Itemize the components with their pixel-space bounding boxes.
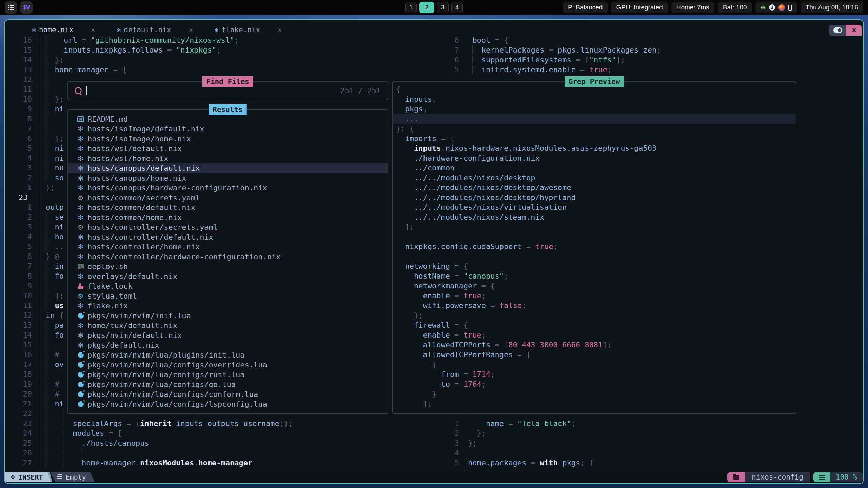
tab-flake.nix[interactable]: ✻flake.nix× <box>214 26 282 34</box>
result-item[interactable]: MREADME.md <box>68 114 388 124</box>
line-number: 12 <box>5 310 32 320</box>
result-item[interactable]: pkgs/nvim/nvim/lua/configs/lspconfig.lua <box>68 399 388 409</box>
top-bar: $W 1234 P: BalancedGPU: IntegratedHome: … <box>0 0 868 15</box>
status-pill: P: Balanced <box>563 2 608 13</box>
result-item[interactable]: ✻hosts/common/default.nix <box>68 203 388 212</box>
result-label: hosts/controller/secrets.yaml <box>87 223 218 231</box>
right-editor-pane-bottom[interactable]: 1 name = "Tela-black";2 };3};45home.pack… <box>422 419 859 468</box>
line-number: 5 <box>422 65 459 75</box>
result-item[interactable]: ⚙stylua.toml <box>68 291 388 301</box>
workspace-4[interactable]: 4 <box>451 2 463 13</box>
tab-home.nix[interactable]: ✻home.nix× <box>32 26 95 34</box>
workspace-2[interactable]: 2 <box>419 2 434 13</box>
line-number: 2 <box>5 212 32 222</box>
result-item[interactable]: ✻hosts/controller/home.nix <box>68 242 388 252</box>
window-close-button[interactable]: × <box>846 25 862 36</box>
result-label: pkgs/nvim/default.nix <box>87 331 182 340</box>
result-item[interactable]: ✻home/tux/default.nix <box>68 321 388 330</box>
result-label: hosts/wsl/default.nix <box>87 144 182 153</box>
clock[interactable]: Thu Aug 08, 18:16 <box>801 2 863 13</box>
tab-close-icon[interactable]: × <box>189 26 193 34</box>
result-item[interactable]: ✻hosts/isoImage/home.nix <box>68 134 388 144</box>
result-label: pkgs/default.nix <box>87 341 159 349</box>
result-item[interactable]: ✻hosts/common/home.nix <box>68 212 388 222</box>
workspaces: 1234 <box>405 2 463 13</box>
phone-icon[interactable] <box>788 5 792 11</box>
result-label: README.md <box>87 115 128 123</box>
result-item[interactable]: ✻hosts/canopus/home.nix <box>68 173 388 183</box>
result-item[interactable]: ✻flake.nix <box>68 301 388 311</box>
result-item[interactable]: ✻pkgs/default.nix <box>68 340 388 350</box>
result-label: pkgs/nvim/nvim/init.lua <box>87 311 191 320</box>
result-item[interactable]: pkgs/nvim/nvim/lua/configs/go.lua <box>68 380 388 389</box>
mode-indicator: ❖ INSERT <box>5 472 53 482</box>
line-number: 10 <box>5 291 32 301</box>
tab-close-icon[interactable]: × <box>278 26 282 34</box>
result-item[interactable]: ✻hosts/controller/hardware-configuration… <box>68 252 388 262</box>
bluetooth-icon[interactable]: B <box>769 4 775 11</box>
line-number: 6 <box>5 251 32 261</box>
search-input[interactable] <box>68 82 388 100</box>
results-title: Results <box>209 104 247 115</box>
code-line: 8 boot = { <box>422 35 859 45</box>
tab-default.nix[interactable]: ✻default.nix× <box>117 26 193 34</box>
result-item[interactable]: pkgs/nvim/nvim/lua/plugins/init.lua <box>68 350 388 360</box>
code-line: 13▏ home-manager = { <box>5 65 398 75</box>
line-number: 10 <box>5 94 32 104</box>
tab-close-icon[interactable]: × <box>91 26 95 34</box>
repo-badge <box>727 472 745 482</box>
result-item[interactable]: pkgs/nvim/nvim/init.lua <box>68 311 388 321</box>
line-number: 15 <box>5 340 32 350</box>
code-line: 23▏ ▏ specialArgs = {inherit inputs outp… <box>5 419 398 428</box>
result-item[interactable]: pkgs/nvim/nvim/lua/configs/overrides.lua <box>68 360 388 370</box>
result-item[interactable]: ✻hosts/wsl/home.nix <box>68 154 388 163</box>
line-number: 23 <box>5 192 32 202</box>
result-item[interactable]: ✻pkgs/nvim/default.nix <box>68 330 388 340</box>
line-number: 1 <box>422 419 459 428</box>
vim-icon: ❖ <box>10 474 15 481</box>
line-number: 18 <box>5 369 32 379</box>
network-icon[interactable]: ❋ <box>761 4 766 11</box>
line-number: 4 <box>5 232 32 242</box>
nix-icon: ✻ <box>77 174 85 182</box>
nix-icon: ✻ <box>77 322 85 330</box>
preview-code-line: }: { <box>393 124 796 134</box>
preview-code-line: hostName = "canopus"; <box>393 271 796 281</box>
nix-icon: ✻ <box>77 233 85 241</box>
preview-code-line <box>393 251 796 261</box>
result-item[interactable]: ✻overlays/default.nix <box>68 271 388 281</box>
logo-button[interactable]: $W <box>20 1 33 14</box>
result-item[interactable]: pkgs/nvim/nvim/lua/configs/conform.lua <box>68 389 388 399</box>
result-item[interactable]: ✻hosts/controller/default.nix <box>68 232 388 242</box>
results-list: MREADME.md✻hosts/isoImage/default.nix✻ho… <box>68 114 388 409</box>
result-item[interactable]: ✻hosts/isoImage/default.nix <box>68 124 388 134</box>
line-number: 3 <box>5 163 32 173</box>
result-item[interactable]: flake.lock <box>68 281 388 291</box>
pin-toggle-button[interactable] <box>829 25 846 36</box>
result-item[interactable]: pkgs/nvim/nvim/lua/configs/rust.lua <box>68 370 388 380</box>
line-number: 26 <box>5 448 32 458</box>
code-line: 7 ▏ kernelPackages = pkgs.linuxPackages_… <box>422 45 859 55</box>
result-item[interactable]: ⚙hosts/common/secrets.yaml <box>68 193 388 203</box>
right-editor-pane-top[interactable]: 8 boot = {7 ▏ kernelPackages = pkgs.linu… <box>422 35 859 75</box>
line-number: 4 <box>5 153 32 163</box>
nix-snowflake-icon: ✻ <box>117 26 121 34</box>
preview-code-line: ../../modules/nixos/desktop <box>393 173 796 183</box>
line-number: 14 <box>5 330 32 340</box>
result-label: home/tux/default.nix <box>87 321 177 330</box>
result-label: hosts/wsl/home.nix <box>87 154 168 163</box>
lua-icon <box>77 352 85 358</box>
result-item[interactable]: ✻hosts/wsl/default.nix <box>68 144 388 154</box>
code-line: 26▏ ▏ ▏ <box>5 448 398 458</box>
result-item[interactable]: >_deploy.sh <box>68 262 388 271</box>
workspace-3[interactable]: 3 <box>437 2 449 13</box>
line-number: 2 <box>5 173 32 183</box>
result-item[interactable]: ✻hosts/canopus/default.nix <box>68 163 388 173</box>
workspace-1[interactable]: 1 <box>405 2 417 13</box>
result-item[interactable]: ⚙hosts/controller/secrets.yaml <box>68 222 388 232</box>
browser-icon[interactable] <box>778 4 785 11</box>
preview-code-line: enable = true; <box>393 330 796 340</box>
nix-snowflake-icon: ✻ <box>214 26 218 34</box>
result-item[interactable]: ✻hosts/canopus/hardware-configuration.ni… <box>68 183 388 193</box>
app-launcher-button[interactable] <box>5 1 17 14</box>
